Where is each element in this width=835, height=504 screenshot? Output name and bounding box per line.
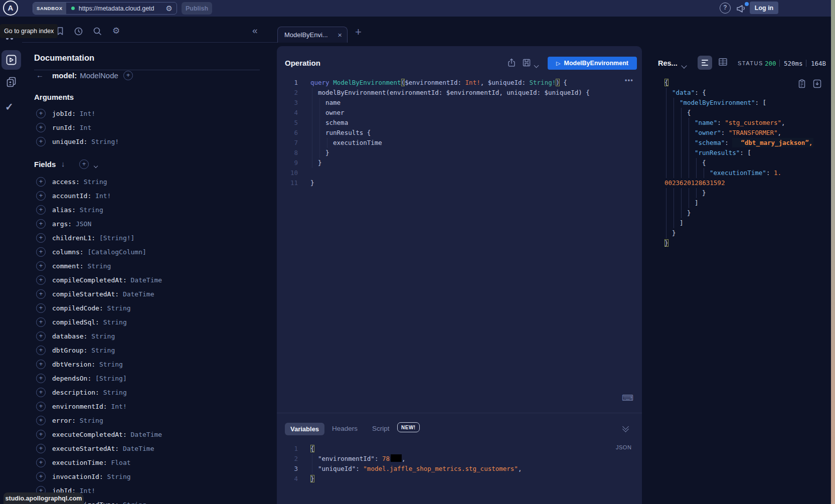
doc-field-row[interactable]: +compileCompletedAt: DateTime <box>22 273 266 287</box>
checks-icon[interactable]: ✓ <box>5 101 14 113</box>
response-format-table-icon[interactable] <box>719 58 727 66</box>
save-options-chevron-icon[interactable] <box>535 60 538 69</box>
add-field-icon[interactable]: + <box>36 388 46 397</box>
new-tab-icon[interactable]: + <box>355 26 362 39</box>
query-editor[interactable]: 1query ModelByEnvironment($environmentId… <box>277 78 641 188</box>
add-field-icon[interactable]: + <box>36 444 46 453</box>
operation-tab[interactable]: ModelByEnvi... × <box>277 27 348 43</box>
response-format-list-button[interactable] <box>698 56 712 70</box>
doc-field-row[interactable]: +alias: String <box>22 203 266 217</box>
run-operation-button[interactable]: ▷ModelByEnvironment <box>548 57 637 70</box>
add-field-icon[interactable]: + <box>36 458 46 467</box>
back-arrow-icon[interactable]: ← <box>36 71 44 79</box>
collapse-panel-icon[interactable]: « <box>252 25 258 36</box>
doc-type-name[interactable]: ModelNode <box>80 71 118 80</box>
doc-field-row[interactable]: +invocationId: String <box>22 469 266 483</box>
run-play-icon: ▷ <box>556 60 560 67</box>
doc-field-row[interactable]: +executeCompletedAt: DateTime <box>22 427 266 441</box>
add-field-icon[interactable]: + <box>36 191 46 201</box>
explorer-tab-active[interactable] <box>2 50 21 70</box>
add-field-icon[interactable]: + <box>36 177 46 187</box>
add-field-icon[interactable]: + <box>36 331 46 341</box>
add-field-icon[interactable]: + <box>36 416 46 425</box>
doc-field-row[interactable]: +error: String <box>22 413 266 427</box>
search-icon[interactable] <box>92 26 103 37</box>
apollo-logo-icon[interactable]: A <box>3 1 18 16</box>
add-field-icon[interactable]: + <box>36 317 46 327</box>
variables-editor[interactable]: 1{2"environmentId": 78,3"uniqueId": "mod… <box>277 444 641 484</box>
doc-field-row[interactable]: +executeStartedAt: DateTime <box>22 441 266 455</box>
add-field-icon[interactable]: + <box>36 205 46 215</box>
add-field-icon[interactable]: + <box>36 137 46 146</box>
doc-field-row[interactable]: +compiledSql: String <box>22 315 266 329</box>
add-field-icon[interactable]: + <box>36 374 46 383</box>
code-line: 1query ModelByEnvironment($environmentId… <box>277 78 641 88</box>
response-duration: 520ms <box>784 60 803 67</box>
add-type-icon[interactable]: + <box>123 71 133 80</box>
left-icon-sidebar: ✓ <box>0 17 22 504</box>
add-field-icon[interactable]: + <box>36 261 46 271</box>
code-line: "modelByEnvironment": [ <box>652 98 830 108</box>
add-field-icon[interactable]: + <box>36 109 46 118</box>
help-icon[interactable]: ? <box>720 3 731 14</box>
publish-button[interactable]: Publish <box>182 2 212 15</box>
doc-field-row[interactable]: +dependsOn: [String] <box>22 371 266 385</box>
sandbox-badge: SANDBOX <box>33 3 66 14</box>
add-field-icon[interactable]: + <box>36 247 46 257</box>
add-field-icon[interactable]: + <box>36 472 46 481</box>
add-field-icon[interactable]: + <box>36 219 46 229</box>
close-tab-icon[interactable]: × <box>338 31 342 39</box>
fields-options-chevron-icon[interactable] <box>94 160 97 170</box>
add-field-icon[interactable]: + <box>36 346 46 355</box>
add-field-icon[interactable]: + <box>36 303 46 313</box>
doc-field-row[interactable]: +access: String <box>22 175 266 189</box>
run-history-icon[interactable] <box>73 26 84 37</box>
add-field-icon[interactable]: + <box>36 430 46 439</box>
code-line: 11} <box>277 178 641 188</box>
doc-field-row[interactable]: +executionTime: Float <box>22 455 266 469</box>
doc-field-row[interactable]: +database: String <box>22 329 266 343</box>
code-line: 0023620128631592 <box>652 178 830 188</box>
endpoint-url-input[interactable]: https://metadata.cloud.getd ⚙ <box>66 3 177 14</box>
doc-field-row[interactable]: +dbtGroup: String <box>22 343 266 357</box>
add-field-icon[interactable]: + <box>36 289 46 299</box>
doc-field-row[interactable]: +runId: Int <box>22 120 266 134</box>
arguments-heading: Arguments <box>34 93 74 101</box>
doc-field-row[interactable]: +accountId: Int! <box>22 189 266 203</box>
doc-field-row[interactable]: +compiledCode: String <box>22 301 266 315</box>
tab-variables[interactable]: Variables <box>285 423 324 435</box>
doc-field-row[interactable]: +dbtVersion: String <box>22 357 266 371</box>
sort-fields-icon[interactable]: ↓ <box>61 159 65 168</box>
login-button[interactable]: Log in <box>750 2 778 14</box>
doc-field-row[interactable]: +environmentId: Int! <box>22 399 266 413</box>
save-operation-icon[interactable] <box>522 58 532 68</box>
add-field-icon[interactable]: + <box>36 233 46 243</box>
keyboard-shortcuts-icon[interactable]: ⌨ <box>622 393 633 403</box>
doc-field-row[interactable]: +compileStartedAt: DateTime <box>22 287 266 301</box>
doc-field-row[interactable]: +comment: String <box>22 259 266 273</box>
response-options-chevron-icon[interactable] <box>682 61 686 70</box>
doc-field-row[interactable]: +uniqueId: String! <box>22 134 266 148</box>
doc-field-row[interactable]: +columns: [CatalogColumn] <box>22 245 266 259</box>
collapse-variables-icon[interactable] <box>623 424 628 431</box>
doc-field-row[interactable]: +jobId: Int! <box>22 106 266 120</box>
add-all-fields-icon[interactable]: + <box>79 159 89 169</box>
toolbar-divider <box>22 42 277 43</box>
endpoint-settings-icon[interactable]: ⚙ <box>166 4 173 13</box>
settings-gear-icon[interactable]: ⚙ <box>112 26 120 36</box>
code-line: 6runResults { <box>277 128 641 138</box>
doc-type-label: model: <box>52 71 77 80</box>
help-glyph: ? <box>723 4 727 11</box>
doc-field-row[interactable]: +description: String <box>22 385 266 399</box>
meta-divider2 <box>806 60 806 67</box>
add-field-icon[interactable]: + <box>36 123 46 132</box>
tab-headers[interactable]: Headers <box>332 425 358 432</box>
add-field-icon[interactable]: + <box>36 360 46 369</box>
doc-field-row[interactable]: +args: JSON <box>22 217 266 231</box>
add-field-icon[interactable]: + <box>36 275 46 285</box>
schema-diff-icon[interactable] <box>6 76 17 88</box>
share-operation-icon[interactable] <box>507 58 517 68</box>
doc-field-row[interactable]: +childrenL1: [String!] <box>22 231 266 245</box>
tab-script[interactable]: Script <box>372 425 390 432</box>
add-field-icon[interactable]: + <box>36 402 46 411</box>
